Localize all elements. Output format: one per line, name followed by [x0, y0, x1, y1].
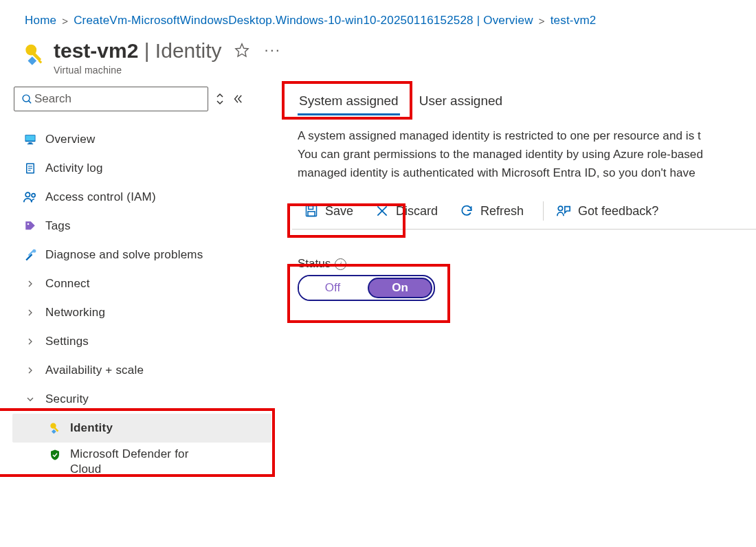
- identity-key-icon: [21, 41, 48, 67]
- sidebar-item-label: Microsoft Defender for Cloud: [70, 447, 221, 477]
- sidebar-item-tags[interactable]: Tags: [12, 212, 271, 241]
- sidebar-item-label: Activity log: [45, 161, 103, 175]
- collapse-sidebar-icon[interactable]: [232, 93, 244, 105]
- sidebar-item-label: Identity: [70, 421, 113, 435]
- toolbar-label: Refresh: [480, 204, 524, 219]
- sidebar: Overview Activity log Access control (IA…: [0, 87, 271, 481]
- sidebar-group-connect[interactable]: Connect: [12, 269, 271, 298]
- chevron-right-icon: [21, 280, 40, 288]
- sidebar-item-identity[interactable]: Identity: [12, 414, 271, 443]
- discard-button[interactable]: Discard: [373, 200, 441, 223]
- favorite-star-icon[interactable]: [234, 43, 249, 58]
- page-header: test-vm2 | Identity Virtual machine ···: [0, 37, 756, 87]
- sidebar-item-activity-log[interactable]: Activity log: [12, 154, 271, 183]
- toolbar-label: Got feedback?: [578, 204, 658, 219]
- sidebar-nav: Overview Activity log Access control (IA…: [12, 125, 271, 481]
- svg-point-17: [27, 223, 30, 225]
- save-button[interactable]: Save: [302, 200, 356, 223]
- sort-toggle-icon[interactable]: [215, 92, 225, 106]
- svg-point-15: [25, 192, 30, 197]
- svg-point-18: [32, 249, 36, 253]
- status-section: Status i Off On: [292, 257, 756, 301]
- status-toggle[interactable]: Off On: [298, 275, 435, 301]
- tools-icon: [21, 248, 40, 262]
- breadcrumb-resource[interactable]: test-vm2: [551, 14, 597, 27]
- sidebar-item-diagnose[interactable]: Diagnose and solve problems: [12, 241, 271, 269]
- sidebar-group-availability[interactable]: Availability + scale: [12, 356, 271, 385]
- status-label: Status i: [298, 257, 756, 271]
- refresh-button[interactable]: Refresh: [457, 200, 526, 223]
- toolbar-label: Discard: [396, 204, 438, 219]
- tag-icon: [21, 220, 40, 232]
- log-icon: [21, 161, 40, 175]
- breadcrumb-deployment[interactable]: CreateVm-MicrosoftWindowsDesktop.Windows…: [74, 14, 533, 27]
- sidebar-item-label: Access control (IAM): [45, 190, 156, 204]
- sidebar-item-access-control[interactable]: Access control (IAM): [12, 183, 271, 212]
- breadcrumb-separator: >: [539, 15, 545, 27]
- feedback-button[interactable]: Got feedback?: [553, 200, 661, 223]
- monitor-icon: [21, 133, 40, 146]
- search-input[interactable]: [33, 91, 201, 107]
- svg-rect-22: [309, 206, 313, 210]
- toggle-on[interactable]: On: [366, 276, 434, 300]
- key-icon: [45, 421, 65, 435]
- svg-rect-7: [25, 135, 34, 141]
- breadcrumb: Home > CreateVm-MicrosoftWindowsDesktop.…: [0, 0, 756, 37]
- toggle-off[interactable]: Off: [299, 276, 366, 300]
- sidebar-item-label: Availability + scale: [45, 364, 144, 377]
- info-icon[interactable]: i: [335, 258, 346, 270]
- tab-user-assigned[interactable]: User assigned: [418, 88, 504, 115]
- svg-point-26: [558, 206, 562, 210]
- identity-tabs: System assigned User assigned: [292, 88, 756, 115]
- page-subtitle: Virtual machine: [54, 65, 222, 76]
- page-title: test-vm2 | Identity: [54, 38, 222, 63]
- save-icon: [304, 204, 318, 218]
- sidebar-item-label: Settings: [45, 335, 89, 348]
- close-icon: [375, 204, 389, 218]
- feedback-icon: [556, 204, 571, 218]
- breadcrumb-home[interactable]: Home: [25, 14, 56, 27]
- svg-rect-9: [27, 144, 33, 144]
- sidebar-search[interactable]: [14, 87, 208, 111]
- chevron-right-icon: [21, 337, 40, 346]
- shield-icon: [45, 448, 65, 462]
- sidebar-item-label: Tags: [45, 219, 71, 233]
- toolbar-divider: [543, 201, 544, 221]
- toolbar: Save Discard Refresh Got feedback?: [292, 193, 756, 230]
- svg-rect-8: [29, 142, 32, 144]
- sidebar-group-security[interactable]: Security: [12, 385, 271, 414]
- more-actions-icon[interactable]: ···: [265, 43, 281, 58]
- breadcrumb-separator: >: [62, 15, 68, 27]
- sidebar-group-settings[interactable]: Settings: [12, 327, 271, 356]
- sidebar-item-overview[interactable]: Overview: [12, 125, 271, 154]
- sidebar-item-label: Overview: [45, 133, 95, 146]
- chevron-down-icon: [21, 395, 40, 403]
- sidebar-item-label: Security: [45, 392, 89, 406]
- svg-rect-23: [308, 212, 315, 216]
- svg-marker-3: [235, 44, 247, 56]
- refresh-icon: [460, 204, 474, 218]
- toolbar-label: Save: [325, 204, 353, 219]
- svg-point-4: [23, 95, 30, 102]
- svg-line-5: [29, 100, 32, 103]
- tab-system-assigned[interactable]: System assigned: [298, 88, 400, 115]
- sidebar-item-label: Diagnose and solve problems: [45, 248, 203, 262]
- people-icon: [21, 191, 40, 203]
- main-content: System assigned User assigned A system a…: [271, 87, 756, 301]
- svg-point-16: [32, 194, 35, 197]
- search-icon: [21, 93, 33, 105]
- chevron-right-icon: [21, 309, 40, 317]
- identity-description: A system assigned managed identity is re…: [292, 126, 756, 182]
- sidebar-item-label: Connect: [45, 277, 90, 291]
- chevron-right-icon: [21, 366, 40, 375]
- sidebar-group-networking[interactable]: Networking: [12, 298, 271, 327]
- sidebar-item-label: Networking: [45, 306, 105, 320]
- sidebar-item-defender[interactable]: Microsoft Defender for Cloud: [12, 443, 271, 481]
